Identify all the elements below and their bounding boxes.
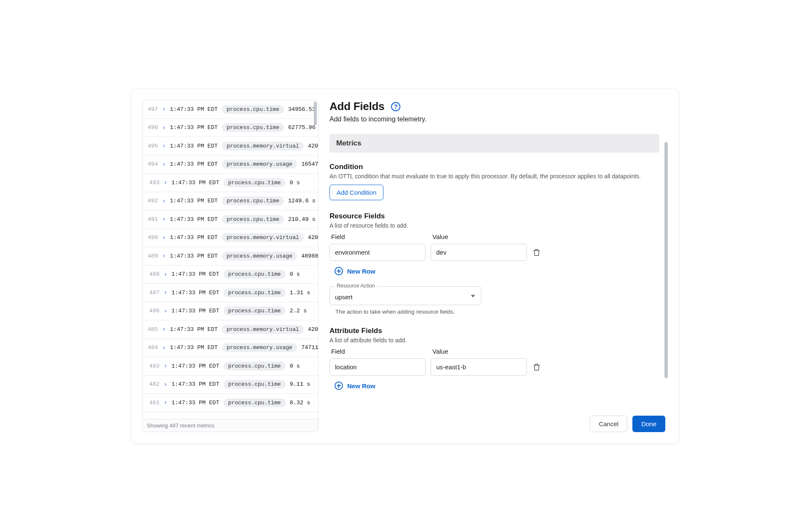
row-timestamp: 1:47:33 PM EDT	[170, 216, 218, 223]
new-row-label: New Row	[347, 268, 375, 275]
log-row[interactable]: 481›1:47:33 PM EDTprocess.cpu.time8.32 s	[143, 394, 318, 412]
metric-value: 2.2 s	[290, 308, 307, 314]
new-row-button[interactable]: New Row	[329, 267, 375, 275]
row-index: 495	[148, 143, 158, 149]
row-timestamp: 1:47:33 PM EDT	[170, 198, 218, 204]
log-row[interactable]: 495›1:47:33 PM EDTprocess.memory.virtual…	[143, 137, 318, 156]
resource-value-input[interactable]	[431, 244, 527, 261]
select-value: upsert	[335, 293, 476, 301]
row-index: 485	[148, 326, 158, 333]
metric-value: 0 s	[290, 271, 300, 277]
config-panel: Add Fields ? Add fields to incoming tele…	[329, 100, 668, 432]
metrics-log-rows[interactable]: 497›1:47:33 PM EDTprocess.cpu.time34956.…	[143, 100, 318, 419]
select-label: Resource Action	[335, 283, 377, 289]
scrollbar-thumb[interactable]	[664, 142, 668, 378]
resource-field-input[interactable]	[329, 244, 426, 261]
log-row[interactable]: 497›1:47:33 PM EDTprocess.cpu.time34956.…	[143, 100, 318, 119]
new-row-button[interactable]: New Row	[329, 382, 375, 390]
row-index: 491	[148, 216, 158, 223]
metric-value: 0 s	[290, 363, 300, 369]
metric-name-tag: process.memory.virtual	[222, 233, 304, 242]
cancel-button[interactable]: Cancel	[590, 416, 627, 432]
metric-name-tag: process.cpu.time	[222, 123, 284, 132]
chevron-right-icon: ›	[164, 180, 167, 185]
page-title: Add Fields	[329, 100, 384, 113]
metric-value: 7471104	[301, 344, 318, 351]
row-timestamp: 1:47:33 PM EDT	[171, 308, 219, 314]
log-row[interactable]: 485›1:47:33 PM EDTprocess.memory.virtual…	[143, 320, 318, 339]
row-index: 496	[148, 124, 158, 131]
resource-action-help: The action to take when adding resource …	[329, 309, 659, 315]
trash-icon[interactable]	[532, 248, 541, 257]
trash-icon[interactable]	[532, 363, 541, 372]
chevron-right-icon: ›	[162, 345, 165, 351]
chevron-right-icon: ›	[164, 308, 167, 314]
chevron-right-icon: ›	[162, 235, 165, 241]
help-icon[interactable]: ?	[391, 102, 400, 111]
log-row[interactable]: 483›1:47:33 PM EDTprocess.cpu.time0 s	[143, 357, 318, 376]
row-index: 486	[148, 308, 159, 314]
metric-name-tag: process.cpu.time	[222, 105, 284, 114]
metric-name-tag: process.memory.usage	[222, 343, 297, 352]
metric-name-tag: process.cpu.time	[224, 178, 286, 187]
metric-value: 4202955	[308, 326, 318, 333]
log-row[interactable]: 493›1:47:33 PM EDTprocess.cpu.time0 s	[143, 174, 318, 192]
row-index: 497	[148, 106, 158, 113]
log-row[interactable]: 492›1:47:33 PM EDTprocess.cpu.time1249.6…	[143, 192, 318, 211]
page-subtitle: Add fields to incoming telemetry.	[329, 116, 659, 123]
attribute-value-input[interactable]	[431, 358, 527, 376]
row-index: 492	[148, 198, 158, 204]
add-condition-button[interactable]: Add Condition	[329, 185, 383, 200]
row-timestamp: 1:47:33 PM EDT	[171, 271, 219, 277]
chevron-right-icon: ›	[164, 271, 167, 277]
row-timestamp: 1:47:33 PM EDT	[170, 344, 218, 351]
log-row[interactable]: 494›1:47:33 PM EDTprocess.memory.usage16…	[143, 156, 318, 174]
row-timestamp: 1:47:33 PM EDT	[171, 400, 219, 406]
attribute-field-row	[329, 358, 659, 376]
new-row-label: New Row	[347, 382, 375, 390]
metric-value: 0 s	[290, 180, 300, 186]
attribute-field-input[interactable]	[329, 358, 426, 376]
metric-value: 1.31 s	[290, 290, 310, 296]
metric-name-tag: process.cpu.time	[224, 362, 286, 371]
attribute-fields-title: Attribute Fields	[329, 327, 659, 335]
log-row[interactable]: 489›1:47:33 PM EDTprocess.memory.usage48…	[143, 247, 318, 266]
chevron-right-icon: ›	[162, 198, 165, 204]
row-index: 493	[148, 180, 159, 186]
chevron-right-icon: ›	[162, 143, 165, 149]
row-index: 490	[148, 234, 158, 241]
row-index: 494	[148, 161, 158, 167]
row-index: 489	[148, 253, 158, 259]
log-row[interactable]: 491›1:47:33 PM EDTprocess.cpu.time210.49…	[143, 210, 318, 229]
metrics-log-panel: 497›1:47:33 PM EDTprocess.cpu.time34956.…	[142, 100, 319, 432]
attribute-fields-desc: A list of attribute fields to add.	[329, 337, 659, 344]
log-row[interactable]: 482›1:47:33 PM EDTprocess.cpu.time9.11 s	[143, 376, 318, 394]
metric-value: 62775.96 s	[288, 124, 318, 131]
metric-name-tag: process.cpu.time	[224, 380, 286, 389]
scrollbar-thumb[interactable]	[314, 102, 317, 125]
column-header-field: Field	[329, 233, 426, 240]
metric-name-tag: process.cpu.time	[222, 196, 284, 205]
row-timestamp: 1:47:33 PM EDT	[170, 106, 218, 113]
plus-circle-icon	[335, 382, 343, 390]
log-row[interactable]: 486›1:47:33 PM EDTprocess.cpu.time2.2 s	[143, 302, 318, 321]
log-row[interactable]: 490›1:47:33 PM EDTprocess.memory.virtual…	[143, 229, 318, 247]
done-button[interactable]: Done	[632, 416, 665, 432]
log-row[interactable]: 496›1:47:33 PM EDTprocess.cpu.time62775.…	[143, 119, 318, 137]
app-frame: 497›1:47:33 PM EDTprocess.cpu.time34956.…	[131, 89, 679, 443]
condition-title: Condition	[329, 163, 659, 171]
log-row[interactable]: 487›1:47:33 PM EDTprocess.cpu.time1.31 s	[143, 284, 318, 302]
resource-action-select[interactable]: Resource Action upsert	[329, 286, 481, 305]
row-timestamp: 1:47:33 PM EDT	[171, 290, 219, 296]
column-header-value: Value	[431, 348, 527, 355]
chevron-right-icon: ›	[164, 400, 167, 406]
metric-value: 1654784	[301, 161, 318, 167]
log-row[interactable]: 484›1:47:33 PM EDTprocess.memory.usage74…	[143, 339, 318, 357]
metric-name-tag: process.cpu.time	[222, 215, 284, 224]
log-row[interactable]: 488›1:47:33 PM EDTprocess.cpu.time0 s	[143, 266, 318, 284]
column-header-value: Value	[431, 233, 527, 240]
row-index: 487	[148, 290, 159, 296]
condition-desc: An OTTL condition that must evaluate to …	[329, 173, 659, 180]
metric-name-tag: process.memory.usage	[222, 252, 297, 261]
row-timestamp: 1:47:33 PM EDT	[170, 161, 218, 167]
